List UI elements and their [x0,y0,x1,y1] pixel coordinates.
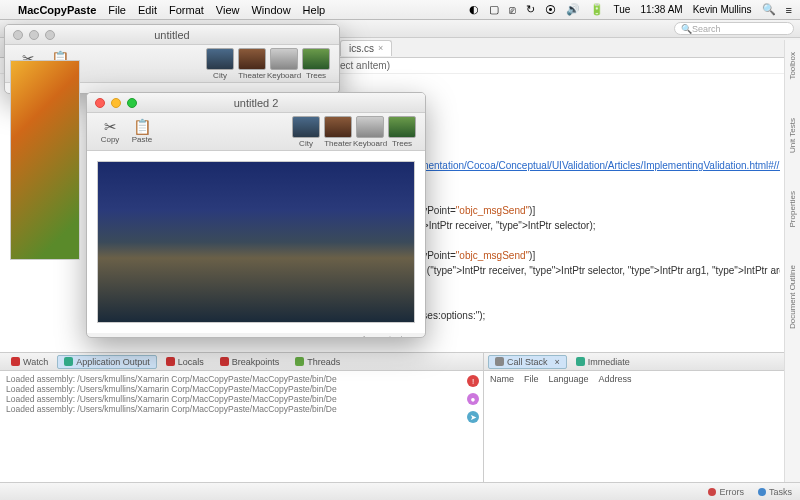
ide-statusbar: Errors Tasks [0,482,800,500]
clipboard-icon: 📋 [133,119,152,135]
editor-tab[interactable]: ics.cs × [340,40,392,56]
menu-help[interactable]: Help [303,4,326,16]
menu-window[interactable]: Window [251,4,290,16]
ide-right-sidebar: Toolbox Unit Tests Properties Document O… [784,40,800,500]
status-icon[interactable]: ◐ [469,3,479,16]
rail-properties[interactable]: Properties [788,187,797,231]
menu-format[interactable]: Format [169,4,204,16]
output-line: Loaded assembly: /Users/kmullins/Xamarin… [6,384,477,394]
thumb-keyboard[interactable]: Keyboard [269,48,299,80]
mac-menubar: MacCopyPaste File Edit Format View Windo… [0,0,800,20]
info-marker-icon[interactable]: ➤ [467,411,479,423]
app-toolbar: ✂︎Copy 📋Paste City Theater Keyboard Tree… [87,113,425,151]
rail-doc-outline[interactable]: Document Outline [788,261,797,333]
airplay-icon[interactable]: ▢ [489,3,499,16]
menubar-right: ◐ ▢ ⎚ ↻ ⦿ 🔊 🔋 Tue 11:38 AM Kevin Mullins… [469,3,792,16]
display-icon[interactable]: ⎚ [509,4,516,16]
ide-search-field[interactable]: 🔍 Search [674,22,794,35]
menu-file[interactable]: File [108,4,126,16]
battery-icon[interactable]: 🔋 [590,3,604,16]
volume-icon[interactable]: 🔊 [566,3,580,16]
menubar-day[interactable]: Tue [614,4,631,15]
output-panel-tabs: Watch Application Output Locals Breakpoi… [0,353,483,371]
thumb-city[interactable]: City [205,48,235,80]
callstack-columns: Name File Language Address [484,371,784,387]
image-caption: Images from Pixabay [87,333,425,338]
close-tab-icon[interactable]: × [378,43,383,53]
tab-threads[interactable]: Threads [288,355,347,369]
titlebar[interactable]: untitled [5,25,339,45]
window-title: untitled [5,29,339,41]
thumb-theater[interactable]: Theater [323,116,353,148]
tab-immediate[interactable]: Immediate [569,355,637,369]
app-window-untitled-2[interactable]: untitled 2 ✂︎Copy 📋Paste City Theater Ke… [86,92,426,338]
tab-call-stack[interactable]: Call Stack× [488,355,567,369]
menubar-user[interactable]: Kevin Mullins [693,4,752,15]
tab-locals[interactable]: Locals [159,355,211,369]
image-viewport [87,151,425,333]
output-line: Loaded assembly: /Users/kmullins/Xamarin… [6,404,477,414]
app-menu[interactable]: MacCopyPaste [18,4,96,16]
search-placeholder: Search [692,24,721,34]
ide-bottom-panels: Watch Application Output Locals Breakpoi… [0,352,784,482]
thumb-theater[interactable]: Theater [237,48,267,80]
col-file[interactable]: File [524,374,539,384]
col-name[interactable]: Name [490,374,514,384]
paste-button[interactable]: 📋Paste [127,119,157,144]
thumb-trees[interactable]: Trees [301,48,331,80]
menu-edit[interactable]: Edit [138,4,157,16]
status-tasks[interactable]: Tasks [758,487,792,497]
tasks-dot-icon [758,488,766,496]
thumb-trees[interactable]: Trees [387,116,417,148]
tab-watch[interactable]: Watch [4,355,55,369]
status-errors[interactable]: Errors [708,487,744,497]
thumb-city[interactable]: City [291,116,321,148]
image-preview-autumn [10,60,80,260]
copy-button[interactable]: ✂︎Copy [95,119,125,144]
scissors-icon: ✂︎ [104,119,117,135]
output-line: Loaded assembly: /Users/kmullins/Xamarin… [6,374,477,384]
output-body[interactable]: Loaded assembly: /Users/kmullins/Xamarin… [0,371,483,482]
sync-icon[interactable]: ↻ [526,3,535,16]
tab-breakpoints[interactable]: Breakpoints [213,355,287,369]
titlebar[interactable]: untitled 2 [87,93,425,113]
menu-view[interactable]: View [216,4,240,16]
notifications-icon[interactable]: ≡ [786,4,792,16]
tab-app-output[interactable]: Application Output [57,355,157,369]
spotlight-icon[interactable]: 🔍 [762,3,776,16]
wifi-icon[interactable]: ⦿ [545,4,556,16]
thumb-keyboard[interactable]: Keyboard [355,116,385,148]
rail-unit-tests[interactable]: Unit Tests [788,114,797,157]
error-dot-icon [708,488,716,496]
callstack-tabs: Call Stack× Immediate [484,353,784,371]
col-address[interactable]: Address [599,374,632,384]
col-language[interactable]: Language [549,374,589,384]
callstack-panel: Call Stack× Immediate Name File Language… [484,353,784,482]
output-panel: Watch Application Output Locals Breakpoi… [0,353,484,482]
rail-toolbox[interactable]: Toolbox [788,48,797,84]
error-marker-icon[interactable]: ! [467,375,479,387]
output-line: Loaded assembly: /Users/kmullins/Xamarin… [6,394,477,404]
window-title: untitled 2 [87,97,425,109]
image-preview-coast [97,161,415,323]
menubar-time[interactable]: 11:38 AM [640,4,682,15]
editor-tab-label: ics.cs [349,43,374,54]
bookmark-marker-icon[interactable]: ● [467,393,479,405]
